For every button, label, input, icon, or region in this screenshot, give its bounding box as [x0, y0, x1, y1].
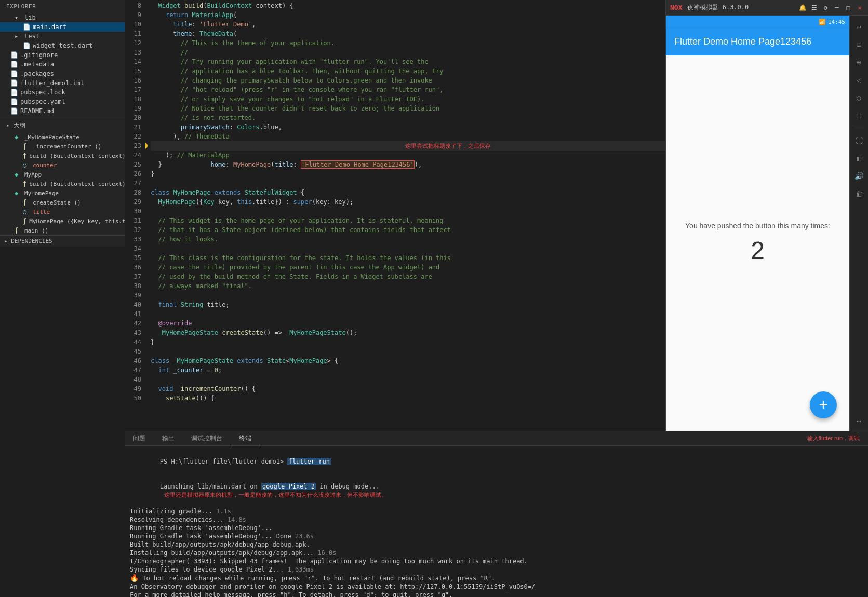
code-line-19: // Notice that the counter didn't reset … [151, 104, 665, 113]
emulator-recent-btn[interactable]: □ [852, 108, 866, 123]
outline-counter[interactable]: ○ counter [0, 160, 125, 170]
file-icon: 📄 [23, 42, 30, 49]
sidebar-item-label: .metadata [20, 61, 54, 68]
file-explorer: EXPLORER ▾ lib 📄 main.dart ▸ test 📄 widg… [0, 0, 125, 247]
sidebar-item-label: pubspec.lock [20, 89, 65, 96]
code-line-34 [151, 244, 665, 253]
code-line-45 [151, 347, 665, 356]
outline-myhomepagestate[interactable]: ◆ _MyHomePageState [0, 132, 125, 142]
sidebar-item-label: README.md [20, 107, 54, 115]
sidebar-folder-lib[interactable]: ▾ lib [0, 13, 125, 22]
emulator-back-btn[interactable]: ◁ [852, 73, 866, 87]
outline-myapp[interactable]: ◆ MyApp [0, 170, 125, 179]
emulator-rotate-btn[interactable]: ↩ [852, 20, 866, 34]
sidebar-item-widgettest[interactable]: 📄 widget_test.dart [0, 41, 125, 50]
sidebar-item-pubspecyaml[interactable]: 📄 pubspec.yaml [0, 97, 125, 106]
terminal-line-1: PS H:\flutter_file\flutter_demo1> flutte… [130, 449, 863, 474]
outline-myapp-build[interactable]: ƒ build (BuildContext context) [0, 179, 125, 188]
terminal-line-9: I/Choreographer( 3393): Skipped 43 frame… [130, 557, 863, 565]
line23-annotation: 这里尝试把标题改了下，之后保存 [405, 141, 491, 151]
sidebar-folder-test[interactable]: ▸ test [0, 32, 125, 41]
tab-problems[interactable]: 问题 [125, 431, 154, 445]
emulator-menu-btn[interactable]: ☰ [810, 4, 818, 12]
sidebar-item-metadata[interactable]: 📄 .metadata [0, 60, 125, 69]
outline-item-label: MyHomePage ({Key key, this.title}) [29, 218, 125, 225]
outline-myhomepage[interactable]: ◆ MyHomePage [0, 188, 125, 198]
emulator-fullscreen-btn[interactable]: ⛶ [852, 133, 866, 148]
sidebar-item-label: flutter_demo1.iml [20, 79, 84, 87]
outline-header[interactable]: ▸ 大纲 [0, 118, 125, 132]
emulator-delete-btn[interactable]: 🗑 [852, 186, 866, 201]
sidebar-item-packages[interactable]: 📄 .packages [0, 69, 125, 78]
tab-debug-console[interactable]: 调试控制台 [183, 431, 231, 445]
phone-body-text: You have pushed the button this many tim… [685, 222, 830, 230]
flutter-run-cmd: flutter run [287, 458, 330, 465]
tab-terminal[interactable]: 终端 [231, 431, 260, 445]
outline-incrementcounter[interactable]: ƒ _incrementCounter () [0, 142, 125, 151]
outline-item-label: MyHomePage [24, 190, 59, 197]
emulator-settings-btn[interactable]: ⚙ [821, 4, 830, 12]
code-line-20: // is not restarted. [151, 113, 665, 123]
code-line-28: class MyHomePage extends StatefulWidget … [151, 188, 665, 197]
sidebar-item-gitignore[interactable]: 📄 .gitignore [0, 50, 125, 60]
terminal-line-12: 🔥 To hot reload changes while running, p… [130, 574, 863, 582]
code-line-17: // "hot reload" (press "r" in the consol… [151, 85, 665, 94]
outline-build[interactable]: ƒ build (BuildContext context) [0, 151, 125, 160]
sidebar-item-label: .packages [20, 70, 54, 77]
outline-myhomepage-ctor[interactable]: ƒ MyHomePage ({Key key, this.title}) [0, 216, 125, 226]
emulator-home-btn[interactable]: ○ [852, 90, 866, 105]
file-icon: 📄 [10, 61, 18, 68]
fab-plus-icon: + [819, 398, 828, 412]
outline-main[interactable]: ƒ main () [0, 226, 125, 235]
file-icon: 📄 [10, 79, 18, 87]
phone-statusbar: 📶 14:45 [666, 16, 849, 28]
code-text[interactable]: Widget build(BuildContext context) { ret… [145, 0, 665, 431]
file-icon: 📄 [10, 98, 18, 105]
tab-output[interactable]: 输出 [154, 431, 183, 445]
editor-emulator-split: 89101112 1314151617 1819202122 232425262… [125, 0, 868, 431]
code-editor-area[interactable]: 89101112 1314151617 1819202122 232425262… [125, 0, 665, 431]
emulator-bell-btn[interactable]: 🔔 [798, 4, 807, 12]
code-line-11: theme: ThemeData( [151, 29, 665, 38]
emulator-maximize-btn[interactable]: □ [844, 4, 852, 12]
code-line-48 [151, 375, 665, 384]
emulator-volume-btn[interactable]: 🔊 [852, 169, 866, 183]
sidebar-item-maindart[interactable]: 📄 main.dart [0, 22, 125, 32]
sidebar-item-pubspeclock[interactable]: 📄 pubspec.lock [0, 88, 125, 97]
sidebar-item-label: main.dart [33, 23, 66, 31]
emulator-more-btn[interactable]: … [852, 412, 866, 427]
emulator-list-btn[interactable]: ≡ [852, 37, 866, 52]
sidebar-item-readme[interactable]: 📄 README.md [0, 106, 125, 116]
code-line-39 [151, 291, 665, 300]
code-line-8: Widget build(BuildContext context) { [151, 1, 665, 10]
clock: 14:45 [828, 19, 845, 25]
outline-createstate[interactable]: ƒ createState () [0, 198, 125, 207]
line-numbers: 89101112 1314151617 1819202122 232425262… [125, 0, 145, 431]
code-line-50: setState(() { [151, 394, 665, 403]
terminal-line-8: Installing build/app/outputs/apk/debug/a… [130, 549, 863, 557]
dependencies-header[interactable]: ▸ DEPENDENCIES [0, 235, 125, 247]
code-line-29: MyHomePage({Key key, this.title}) : supe… [151, 197, 665, 207]
phone-screen: 📶 14:45 Flutter Demo Home Page123456 You… [666, 16, 849, 431]
sidebar-item-iml[interactable]: 📄 flutter_demo1.iml [0, 78, 125, 88]
outline-item-label: main () [24, 227, 48, 234]
phone-fab[interactable]: + [810, 391, 837, 418]
emulator-zoom-btn[interactable]: ⊕ [852, 55, 866, 70]
code-line-25: } [151, 160, 665, 169]
outline-title[interactable]: ○ title [0, 207, 125, 216]
code-line-9: return MaterialApp( [151, 10, 665, 20]
file-icon: 📄 [10, 51, 18, 59]
sidebar-item-label: widget_test.dart [33, 42, 93, 49]
emulator-close-btn[interactable]: ✕ [856, 4, 864, 12]
phone-appbar: Flutter Demo Home Page123456 [666, 28, 849, 55]
outline-item-label: build (BuildContext context) [29, 153, 125, 159]
emulator-minimize-btn[interactable]: ─ [833, 4, 841, 12]
terminal-line-6: Running Gradle task 'assembleDebug'... D… [130, 532, 863, 540]
terminal-line-13: An Observatory debugger and profiler on … [130, 582, 863, 591]
emulator-side-btn[interactable]: ◧ [852, 151, 866, 166]
phone-appbar-title: Flutter Demo Home Page123456 [674, 36, 811, 47]
explorer-header[interactable]: EXPLORER [0, 0, 125, 13]
terminal-line-3: Initializing gradle... 1.1s [130, 507, 863, 515]
terminal-content[interactable]: PS H:\flutter_file\flutter_demo1> flutte… [125, 446, 868, 597]
phone-counter-number: 2 [751, 236, 765, 265]
